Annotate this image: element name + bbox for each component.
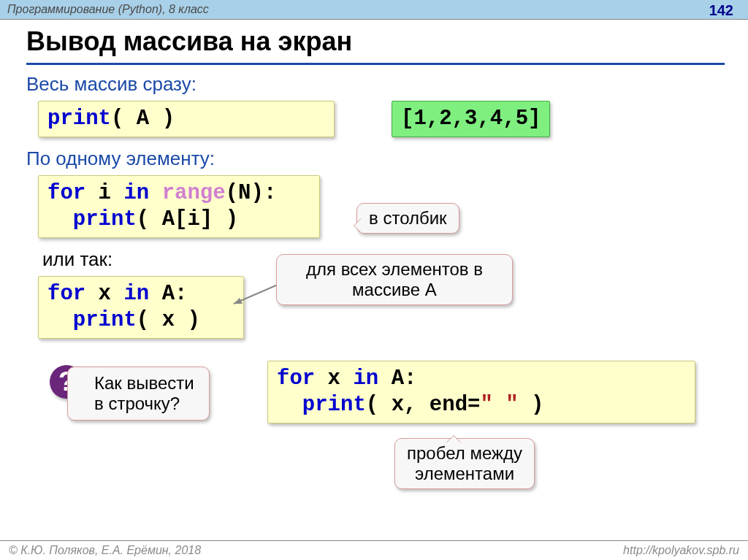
code-print-a: print( A ) <box>38 101 335 137</box>
section-heading-one-by-one: По одному элементу: <box>26 147 215 170</box>
kw-print: print <box>47 107 111 131</box>
code-for-range: for i in range(N): print( A[i] ) <box>38 175 320 238</box>
bottom-bar: © К.Ю. Поляков, Е.А. Ерёмин, 2018 http:/… <box>0 540 748 560</box>
code-for-x-in-a: for x in A: print( x ) <box>38 276 244 339</box>
top-bar: Программирование (Python), 8 класс 142 <box>0 0 748 20</box>
output-box: [1,2,3,4,5] <box>392 101 550 137</box>
section-heading-whole-array: Весь массив сразу: <box>26 73 196 96</box>
slide: Программирование (Python), 8 класс 142 В… <box>0 0 748 560</box>
site-url: http://kpolyakov.spb.ru <box>623 541 739 560</box>
callout-for-all: для всех элементов в массиве A <box>276 254 513 305</box>
code-print-end: for x in A: print( x, end=" " ) <box>267 361 695 423</box>
callout-column: в столбик <box>356 203 459 234</box>
callout-question: Как вывести в строчку? <box>67 367 210 421</box>
page-title: Вывод массива на экран <box>26 26 352 57</box>
title-underline <box>26 63 725 65</box>
page-number: 142 <box>709 1 733 20</box>
alt-label: или так: <box>42 248 112 271</box>
callout-space: пробел между элементами <box>394 438 535 489</box>
course-label: Программирование (Python), 8 класс <box>7 3 209 15</box>
authors: К.Ю. Поляков, Е.А. Ерёмин, 2018 <box>20 544 201 556</box>
